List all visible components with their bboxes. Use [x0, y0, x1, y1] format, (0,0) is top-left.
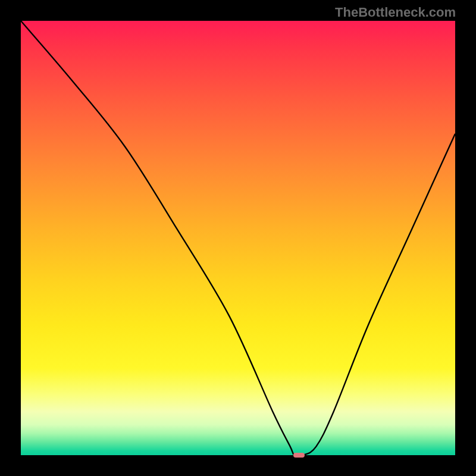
plot-area	[21, 21, 455, 455]
optimal-point-marker	[293, 453, 305, 458]
chart-frame: TheBottleneck.com	[0, 0, 476, 476]
bottleneck-curve	[21, 21, 455, 455]
curve-path	[21, 21, 455, 455]
attribution-text: TheBottleneck.com	[335, 5, 456, 20]
